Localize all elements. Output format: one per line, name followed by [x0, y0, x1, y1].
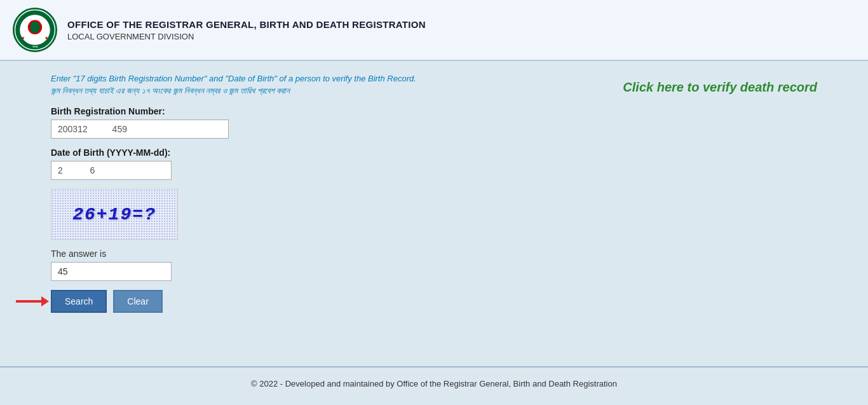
footer: © 2022 - Developed and maintained by Off…: [0, 366, 868, 400]
header-subtitle: LOCAL GOVERNMENT DIVISION: [67, 32, 426, 41]
dob-label: Date of Birth (YYYY-MM-dd):: [51, 148, 817, 158]
answer-label: The answer is: [51, 249, 817, 259]
logo: ★ ★ সরকার: [13, 8, 57, 52]
clear-button[interactable]: Clear: [113, 290, 162, 313]
arrow-indicator: [16, 296, 49, 306]
answer-input[interactable]: [51, 262, 172, 281]
button-row: Search Clear: [51, 290, 817, 313]
svg-text:★: ★: [44, 36, 48, 40]
birth-reg-group: Birth Registration Number:: [51, 106, 817, 139]
header-title: OFFICE OF THE REGISTRAR GENERAL, BIRTH A…: [67, 19, 426, 30]
dob-input[interactable]: [51, 161, 172, 180]
captcha-text: 26+19=?: [72, 205, 156, 224]
arrow-head: [41, 296, 49, 306]
birth-reg-input[interactable]: [51, 120, 229, 139]
birth-reg-label: Birth Registration Number:: [51, 106, 817, 116]
svg-text:★: ★: [21, 36, 25, 40]
main-content: Enter "17 digits Birth Registration Numb…: [0, 61, 868, 366]
captcha-image: 26+19=?: [51, 189, 178, 240]
svg-point-4: [30, 22, 39, 33]
site-header: ★ ★ সরকার OFFICE OF THE REGISTRAR GENERA…: [0, 0, 868, 61]
answer-group: The answer is: [51, 249, 817, 281]
header-text: OFFICE OF THE REGISTRAR GENERAL, BIRTH A…: [67, 19, 426, 41]
arrow-shaft: [16, 300, 41, 303]
footer-text: © 2022 - Developed and maintained by Off…: [251, 379, 617, 388]
svg-text:সরকার: সরকার: [32, 46, 38, 48]
search-button[interactable]: Search: [51, 290, 107, 313]
dob-group: Date of Birth (YYYY-MM-dd):: [51, 148, 817, 180]
death-record-link[interactable]: Click here to verify death record: [623, 80, 817, 95]
